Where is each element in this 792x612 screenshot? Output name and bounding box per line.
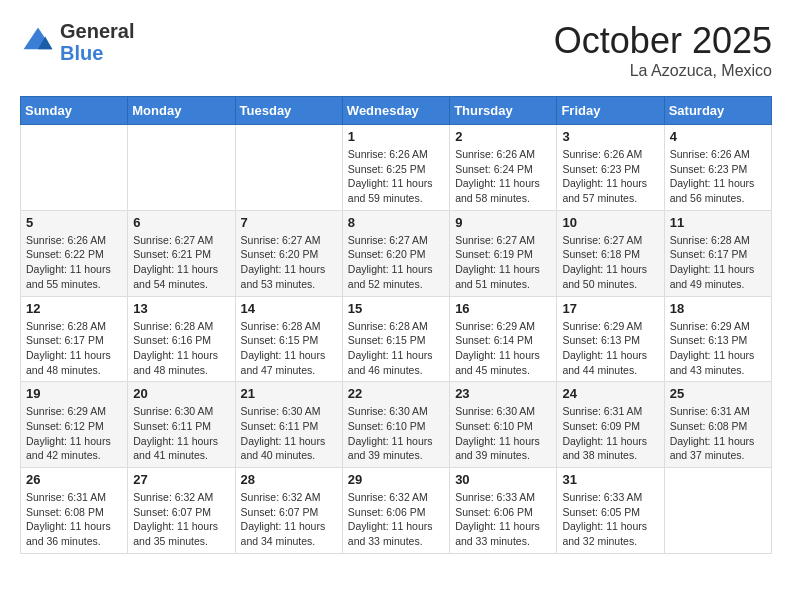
calendar-cell: 11Sunrise: 6:28 AMSunset: 6:17 PMDayligh…: [664, 210, 771, 296]
day-info: Sunrise: 6:33 AMSunset: 6:05 PMDaylight:…: [562, 490, 658, 549]
title-area: October 2025 La Azozuca, Mexico: [554, 20, 772, 80]
day-number: 4: [670, 129, 766, 144]
day-number: 13: [133, 301, 229, 316]
day-number: 8: [348, 215, 444, 230]
calendar-cell: 23Sunrise: 6:30 AMSunset: 6:10 PMDayligh…: [450, 382, 557, 468]
day-number: 23: [455, 386, 551, 401]
day-info: Sunrise: 6:27 AMSunset: 6:20 PMDaylight:…: [348, 233, 444, 292]
calendar-week-row: 19Sunrise: 6:29 AMSunset: 6:12 PMDayligh…: [21, 382, 772, 468]
calendar-cell: [21, 125, 128, 211]
day-info: Sunrise: 6:28 AMSunset: 6:15 PMDaylight:…: [241, 319, 337, 378]
day-info: Sunrise: 6:27 AMSunset: 6:21 PMDaylight:…: [133, 233, 229, 292]
day-number: 29: [348, 472, 444, 487]
day-info: Sunrise: 6:32 AMSunset: 6:06 PMDaylight:…: [348, 490, 444, 549]
calendar-cell: 9Sunrise: 6:27 AMSunset: 6:19 PMDaylight…: [450, 210, 557, 296]
logo-general: General: [60, 20, 134, 42]
day-number: 9: [455, 215, 551, 230]
day-number: 21: [241, 386, 337, 401]
day-number: 10: [562, 215, 658, 230]
calendar-cell: 21Sunrise: 6:30 AMSunset: 6:11 PMDayligh…: [235, 382, 342, 468]
calendar-cell: 7Sunrise: 6:27 AMSunset: 6:20 PMDaylight…: [235, 210, 342, 296]
calendar-cell: [235, 125, 342, 211]
calendar-cell: 6Sunrise: 6:27 AMSunset: 6:21 PMDaylight…: [128, 210, 235, 296]
day-info: Sunrise: 6:29 AMSunset: 6:12 PMDaylight:…: [26, 404, 122, 463]
logo-text: General Blue: [60, 20, 134, 64]
calendar-cell: 18Sunrise: 6:29 AMSunset: 6:13 PMDayligh…: [664, 296, 771, 382]
day-info: Sunrise: 6:26 AMSunset: 6:22 PMDaylight:…: [26, 233, 122, 292]
day-info: Sunrise: 6:28 AMSunset: 6:17 PMDaylight:…: [670, 233, 766, 292]
day-info: Sunrise: 6:30 AMSunset: 6:11 PMDaylight:…: [241, 404, 337, 463]
day-number: 16: [455, 301, 551, 316]
day-number: 7: [241, 215, 337, 230]
day-number: 2: [455, 129, 551, 144]
location: La Azozuca, Mexico: [554, 62, 772, 80]
calendar-cell: 2Sunrise: 6:26 AMSunset: 6:24 PMDaylight…: [450, 125, 557, 211]
calendar-day-header: Wednesday: [342, 97, 449, 125]
calendar-cell: 12Sunrise: 6:28 AMSunset: 6:17 PMDayligh…: [21, 296, 128, 382]
day-info: Sunrise: 6:27 AMSunset: 6:18 PMDaylight:…: [562, 233, 658, 292]
logo: General Blue: [20, 20, 134, 64]
day-info: Sunrise: 6:29 AMSunset: 6:13 PMDaylight:…: [562, 319, 658, 378]
calendar-cell: 30Sunrise: 6:33 AMSunset: 6:06 PMDayligh…: [450, 468, 557, 554]
day-number: 26: [26, 472, 122, 487]
logo-blue: Blue: [60, 42, 134, 64]
day-info: Sunrise: 6:26 AMSunset: 6:23 PMDaylight:…: [562, 147, 658, 206]
day-info: Sunrise: 6:33 AMSunset: 6:06 PMDaylight:…: [455, 490, 551, 549]
page-header: General Blue October 2025 La Azozuca, Me…: [20, 20, 772, 80]
day-number: 19: [26, 386, 122, 401]
calendar-cell: 20Sunrise: 6:30 AMSunset: 6:11 PMDayligh…: [128, 382, 235, 468]
calendar-week-row: 26Sunrise: 6:31 AMSunset: 6:08 PMDayligh…: [21, 468, 772, 554]
calendar-cell: 1Sunrise: 6:26 AMSunset: 6:25 PMDaylight…: [342, 125, 449, 211]
calendar-cell: [128, 125, 235, 211]
calendar-day-header: Monday: [128, 97, 235, 125]
calendar-week-row: 5Sunrise: 6:26 AMSunset: 6:22 PMDaylight…: [21, 210, 772, 296]
day-info: Sunrise: 6:32 AMSunset: 6:07 PMDaylight:…: [133, 490, 229, 549]
calendar-cell: 22Sunrise: 6:30 AMSunset: 6:10 PMDayligh…: [342, 382, 449, 468]
day-number: 15: [348, 301, 444, 316]
calendar-cell: 5Sunrise: 6:26 AMSunset: 6:22 PMDaylight…: [21, 210, 128, 296]
calendar-cell: 14Sunrise: 6:28 AMSunset: 6:15 PMDayligh…: [235, 296, 342, 382]
calendar-cell: 31Sunrise: 6:33 AMSunset: 6:05 PMDayligh…: [557, 468, 664, 554]
day-info: Sunrise: 6:27 AMSunset: 6:20 PMDaylight:…: [241, 233, 337, 292]
day-number: 6: [133, 215, 229, 230]
day-number: 1: [348, 129, 444, 144]
day-info: Sunrise: 6:31 AMSunset: 6:09 PMDaylight:…: [562, 404, 658, 463]
day-number: 24: [562, 386, 658, 401]
day-number: 5: [26, 215, 122, 230]
day-number: 31: [562, 472, 658, 487]
day-number: 12: [26, 301, 122, 316]
day-number: 20: [133, 386, 229, 401]
day-info: Sunrise: 6:26 AMSunset: 6:23 PMDaylight:…: [670, 147, 766, 206]
day-info: Sunrise: 6:26 AMSunset: 6:25 PMDaylight:…: [348, 147, 444, 206]
calendar-cell: 4Sunrise: 6:26 AMSunset: 6:23 PMDaylight…: [664, 125, 771, 211]
calendar-day-header: Tuesday: [235, 97, 342, 125]
day-info: Sunrise: 6:30 AMSunset: 6:10 PMDaylight:…: [455, 404, 551, 463]
logo-icon: [20, 24, 56, 60]
day-info: Sunrise: 6:31 AMSunset: 6:08 PMDaylight:…: [670, 404, 766, 463]
day-info: Sunrise: 6:30 AMSunset: 6:11 PMDaylight:…: [133, 404, 229, 463]
calendar-cell: 25Sunrise: 6:31 AMSunset: 6:08 PMDayligh…: [664, 382, 771, 468]
day-info: Sunrise: 6:31 AMSunset: 6:08 PMDaylight:…: [26, 490, 122, 549]
day-number: 27: [133, 472, 229, 487]
calendar-cell: 15Sunrise: 6:28 AMSunset: 6:15 PMDayligh…: [342, 296, 449, 382]
calendar-cell: 3Sunrise: 6:26 AMSunset: 6:23 PMDaylight…: [557, 125, 664, 211]
day-number: 25: [670, 386, 766, 401]
calendar-cell: [664, 468, 771, 554]
calendar-header-row: SundayMondayTuesdayWednesdayThursdayFrid…: [21, 97, 772, 125]
day-info: Sunrise: 6:28 AMSunset: 6:15 PMDaylight:…: [348, 319, 444, 378]
day-info: Sunrise: 6:32 AMSunset: 6:07 PMDaylight:…: [241, 490, 337, 549]
day-number: 28: [241, 472, 337, 487]
calendar-week-row: 12Sunrise: 6:28 AMSunset: 6:17 PMDayligh…: [21, 296, 772, 382]
day-number: 3: [562, 129, 658, 144]
day-info: Sunrise: 6:29 AMSunset: 6:14 PMDaylight:…: [455, 319, 551, 378]
calendar-cell: 28Sunrise: 6:32 AMSunset: 6:07 PMDayligh…: [235, 468, 342, 554]
day-number: 11: [670, 215, 766, 230]
calendar-table: SundayMondayTuesdayWednesdayThursdayFrid…: [20, 96, 772, 554]
day-number: 18: [670, 301, 766, 316]
calendar-cell: 26Sunrise: 6:31 AMSunset: 6:08 PMDayligh…: [21, 468, 128, 554]
calendar-week-row: 1Sunrise: 6:26 AMSunset: 6:25 PMDaylight…: [21, 125, 772, 211]
calendar-cell: 13Sunrise: 6:28 AMSunset: 6:16 PMDayligh…: [128, 296, 235, 382]
calendar-cell: 27Sunrise: 6:32 AMSunset: 6:07 PMDayligh…: [128, 468, 235, 554]
calendar-cell: 17Sunrise: 6:29 AMSunset: 6:13 PMDayligh…: [557, 296, 664, 382]
calendar-cell: 24Sunrise: 6:31 AMSunset: 6:09 PMDayligh…: [557, 382, 664, 468]
